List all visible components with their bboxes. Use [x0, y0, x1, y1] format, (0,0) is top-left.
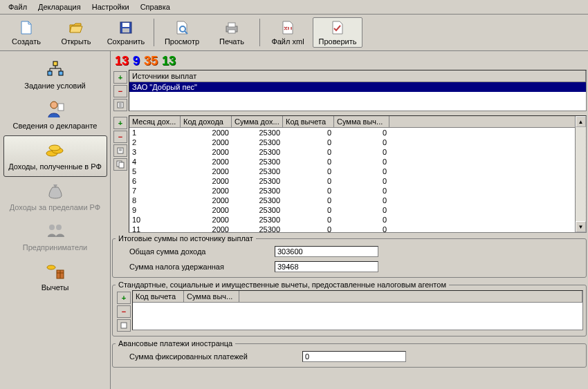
printer-icon — [223, 19, 240, 36]
fixed-payments-label: Сумма фиксированных платежей — [129, 352, 302, 361]
main-area: Задание условий Сведения о декларанте До… — [0, 51, 588, 389]
print-button[interactable]: Печать — [207, 17, 257, 48]
income-row[interactable]: 120002530000 — [129, 128, 586, 137]
total-income-field[interactable] — [275, 246, 378, 257]
digit: 13 — [115, 54, 129, 68]
add-source-button[interactable]: + — [113, 71, 127, 84]
deductions-icon — [44, 260, 66, 282]
deductions-title: Стандартные, социальные и имущественные … — [116, 281, 449, 289]
svg-rect-8 — [48, 71, 52, 75]
menubar: Файл Декларация Настройки Справка — [0, 0, 588, 15]
svg-point-16 — [56, 225, 62, 230]
svg-point-10 — [50, 102, 57, 108]
money-bag-icon — [44, 180, 66, 202]
new-button[interactable]: Создать — [1, 17, 51, 48]
menu-declaration[interactable]: Декларация — [33, 1, 86, 12]
income-row[interactable]: 720002530000 — [129, 186, 586, 196]
coins-icon — [44, 139, 66, 161]
tax-withheld-field[interactable] — [275, 261, 378, 272]
floppy-disk-icon — [118, 19, 134, 36]
svg-rect-23 — [121, 323, 127, 328]
file-xml-button[interactable]: Файл xml — [263, 17, 313, 48]
deduction-buttons: + − — [116, 290, 132, 333]
add-income-button[interactable]: + — [113, 117, 127, 129]
advance-title: Авансовые платежи иностранца — [116, 339, 235, 348]
open-button[interactable]: Открыть — [51, 17, 101, 48]
check-icon — [329, 19, 346, 36]
tax-withheld-label: Сумма налога удержанная — [129, 263, 275, 271]
edit-source-button[interactable] — [113, 99, 127, 111]
edit-income-button[interactable] — [113, 144, 127, 157]
income-row[interactable]: 520002530000 — [129, 167, 586, 176]
menu-settings[interactable]: Настройки — [86, 1, 135, 12]
scroll-up-icon[interactable]: ▲ — [576, 116, 586, 127]
people-icon — [44, 220, 66, 242]
sources-header: Источники выплат — [129, 70, 586, 82]
totals-group: Итоговые суммы по источнику выплат Общая… — [112, 234, 587, 278]
remove-deduction-button[interactable]: − — [117, 305, 131, 318]
income-row[interactable]: 920002530000 — [129, 205, 586, 215]
sidebar-item-income-foreign[interactable]: Доходы за пределами РФ — [3, 177, 107, 217]
sidebar-item-declarant[interactable]: Сведения о декларанте — [3, 95, 107, 135]
sidebar-item-entrepreneurs[interactable]: Предприниматели — [3, 217, 107, 257]
toolbar: Создать Открыть Сохранить Просмотр Печат… — [0, 15, 588, 51]
preview-icon — [174, 19, 190, 36]
sidebar-item-deductions[interactable]: Вычеты — [3, 257, 107, 297]
svg-rect-6 — [228, 30, 235, 33]
income-table[interactable]: Месяц дох... Код дохода Сумма дох... Код… — [129, 115, 587, 233]
income-header: Месяц дох... Код дохода Сумма дох... Код… — [129, 116, 586, 128]
sources-list[interactable]: Источники выплат ЗАО "Добрый пес" — [129, 70, 587, 111]
file-xml-icon — [279, 19, 296, 36]
income-row[interactable]: 320002530000 — [129, 147, 586, 157]
svg-point-17 — [47, 265, 55, 269]
folder-open-icon — [68, 19, 84, 36]
content: 13 9 35 13 + − Источники выплат ЗАО "Доб… — [111, 51, 588, 389]
edit-deduction-button[interactable] — [117, 319, 131, 332]
remove-source-button[interactable]: − — [113, 85, 127, 97]
income-row[interactable]: 1120002530000 — [129, 225, 586, 234]
income-row[interactable]: 820002530000 — [129, 196, 586, 205]
save-button[interactable]: Сохранить — [101, 17, 151, 48]
add-deduction-button[interactable]: + — [117, 292, 131, 304]
check-button[interactable]: Проверить — [313, 17, 362, 48]
income-row[interactable]: 620002530000 — [129, 176, 586, 186]
sources-buttons: + − — [112, 70, 129, 113]
svg-point-14 — [49, 145, 60, 151]
svg-rect-2 — [122, 28, 129, 32]
sidebar-item-income-rf[interactable]: Доходы, полученные в РФ — [3, 135, 107, 177]
svg-rect-11 — [58, 104, 64, 111]
scrollbar[interactable]: ▲ ▼ — [575, 116, 586, 232]
year-digits: 13 9 35 13 — [112, 53, 587, 70]
scroll-down-icon[interactable]: ▼ — [576, 221, 586, 232]
svg-rect-9 — [59, 71, 63, 75]
toolbar-separator — [154, 19, 154, 46]
remove-income-button[interactable]: − — [113, 131, 127, 143]
svg-rect-22 — [119, 162, 124, 168]
income-row[interactable]: 1020002530000 — [129, 215, 586, 225]
svg-point-15 — [49, 225, 55, 230]
toolbar-separator — [259, 19, 260, 46]
svg-rect-5 — [228, 23, 235, 27]
income-section: + − Месяц дох... Код дохода Сумма дох...… — [112, 115, 587, 233]
totals-title: Итоговые суммы по источнику выплат — [116, 234, 256, 243]
menu-file[interactable]: Файл — [3, 1, 33, 12]
digit: 13 — [162, 54, 176, 68]
deductions-table[interactable]: Код вычетаСумма выч... — [132, 290, 583, 330]
sources-section: + − Источники выплат ЗАО "Добрый пес" — [112, 70, 587, 113]
income-row[interactable]: 420002530000 — [129, 157, 586, 167]
copy-income-button[interactable] — [113, 158, 127, 171]
preview-button[interactable]: Просмотр — [157, 17, 207, 48]
person-icon — [44, 98, 66, 120]
source-row[interactable]: ЗАО "Добрый пес" — [129, 82, 586, 92]
sidebar: Задание условий Сведения о декларанте До… — [0, 51, 111, 389]
deductions-group: Стандартные, социальные и имущественные … — [112, 281, 587, 336]
total-income-label: Общая сумма дохода — [129, 247, 275, 256]
advance-group: Авансовые платежи иностранца Сумма фикси… — [112, 339, 587, 368]
fixed-payments-field[interactable] — [302, 351, 406, 362]
menu-help[interactable]: Справка — [135, 1, 176, 12]
digit: 35 — [144, 54, 158, 68]
sidebar-item-conditions[interactable]: Задание условий — [3, 55, 107, 95]
svg-rect-7 — [53, 61, 57, 66]
income-row[interactable]: 220002530000 — [129, 137, 586, 147]
income-buttons: + − — [112, 115, 129, 233]
